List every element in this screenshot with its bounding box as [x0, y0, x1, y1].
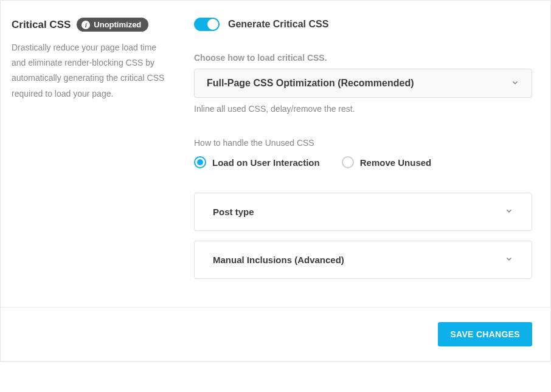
sidebar: Critical CSS i Unoptimized Drastically r… [12, 18, 170, 289]
info-icon: i [81, 21, 90, 29]
settings-area: Generate Critical CSS Choose how to load… [194, 18, 532, 289]
chevron-down-icon [505, 255, 513, 265]
chevron-down-icon [505, 207, 513, 217]
accordion-title: Manual Inclusions (Advanced) [213, 255, 344, 265]
radio-remove-unused[interactable]: Remove Unused [342, 156, 432, 168]
load-method-dropdown[interactable]: Full-Page CSS Optimization (Recommended) [194, 69, 532, 98]
radio-button [342, 156, 354, 168]
unused-css-radio-group: Load on User Interaction Remove Unused [194, 156, 532, 168]
badge-text: Unoptimized [94, 20, 141, 29]
load-method-label: Choose how to load critical CSS. [194, 53, 532, 63]
main-content: Critical CSS i Unoptimized Drastically r… [1, 1, 550, 307]
accordion-manual-inclusions[interactable]: Manual Inclusions (Advanced) [194, 241, 532, 279]
toggle-row: Generate Critical CSS [194, 18, 532, 31]
radio-load-on-interaction[interactable]: Load on User Interaction [194, 156, 320, 168]
toggle-label: Generate Critical CSS [228, 19, 328, 30]
footer: SAVE CHANGES [1, 307, 550, 361]
dropdown-selected-text: Full-Page CSS Optimization (Recommended) [207, 78, 414, 89]
settings-panel: Critical CSS i Unoptimized Drastically r… [0, 0, 551, 362]
status-badge: i Unoptimized [77, 18, 148, 32]
radio-label: Load on User Interaction [212, 157, 320, 168]
section-title: Critical CSS [12, 19, 71, 31]
generate-critical-css-toggle[interactable] [194, 18, 220, 31]
toggle-knob [207, 19, 218, 30]
accordion-post-type[interactable]: Post type [194, 193, 532, 231]
radio-label: Remove Unused [360, 157, 432, 168]
unused-css-label: How to handle the Unused CSS [194, 138, 532, 148]
save-changes-button[interactable]: SAVE CHANGES [438, 322, 532, 346]
sidebar-header: Critical CSS i Unoptimized [12, 18, 170, 32]
chevron-down-icon [511, 78, 519, 89]
section-description: Drastically reduce your page load time a… [12, 40, 170, 101]
accordion-title: Post type [213, 207, 254, 217]
load-method-help: Inline all used CSS, delay/remove the re… [194, 104, 532, 114]
radio-button [194, 156, 206, 168]
